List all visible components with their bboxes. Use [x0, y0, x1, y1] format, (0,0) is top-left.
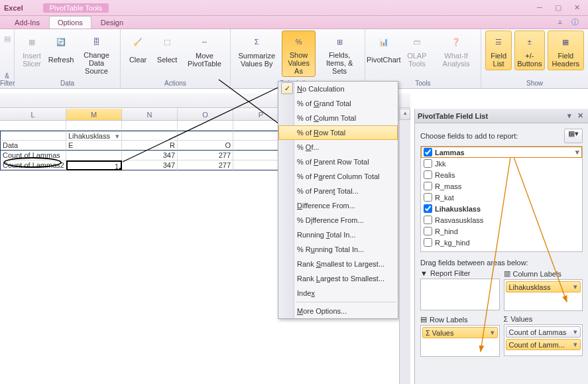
pt-val-1-1[interactable] — [66, 151, 122, 160]
field-rhind[interactable]: R_hind — [421, 225, 582, 237]
field-list[interactable]: Lammas▾ Jkk Realis R_mass R_kat Lihakusk… — [420, 146, 583, 252]
menu-pct-row-total[interactable]: % of Row Total — [278, 125, 398, 140]
fields-items-sets-button[interactable]: ⊞Fields, Items, & Sets — [318, 31, 360, 77]
clear-button[interactable]: 🧹Clear — [125, 31, 151, 70]
summarize-values-button[interactable]: ΣSummarize Values By — [235, 31, 279, 77]
field-lammas-checkbox[interactable] — [424, 148, 432, 157]
select-icon: ⬚ — [156, 32, 178, 51]
help-icons: ▵ ⓘ — [555, 17, 580, 28]
field-rasvasusklass-checkbox[interactable] — [424, 216, 432, 224]
pane-close-icon[interactable]: ✕ — [575, 111, 585, 120]
layout-options-button[interactable]: ▦▾ — [564, 129, 583, 143]
sigma-icon: Σ — [246, 32, 267, 51]
field-lihakusklass-checkbox[interactable] — [424, 204, 432, 213]
chevron-down-icon[interactable]: ▾ — [573, 328, 577, 336]
menu-pct-difference-from[interactable]: % Difference From... — [278, 213, 398, 227]
tab-options[interactable]: Options — [49, 16, 91, 29]
area-values: ΣValues Count of Lammas▾ Count of Lamm..… — [504, 315, 583, 357]
pt-val-2-2[interactable]: 347 — [122, 160, 178, 170]
field-realis[interactable]: Realis — [421, 169, 582, 180]
menu-pct-column-total[interactable]: % of Column Total — [278, 111, 398, 125]
field-rkghind[interactable]: R_kg_hind — [421, 237, 582, 248]
chip-sigma-values[interactable]: Σ Values▾ — [422, 327, 498, 338]
contextual-tab-label: PivotTable Tools — [43, 3, 109, 13]
area-report-filter: ▼Report Filter — [420, 269, 500, 311]
drag-fields-label: Drag fields between areas below: — [420, 259, 583, 267]
pt-val-1-3[interactable]: 277 — [178, 151, 233, 160]
select-button[interactable]: ⬚Select — [154, 31, 180, 70]
chevron-down-icon[interactable]: ▾ — [575, 148, 579, 157]
tab-design[interactable]: Design — [93, 17, 131, 29]
refresh-button[interactable]: 🔄Refresh — [48, 31, 74, 77]
column-labels-box[interactable]: Lihakusklass▾ — [504, 279, 583, 311]
values-box[interactable]: Count of Lammas▾ Count of Lamm...▾ — [504, 324, 583, 356]
dropdown-icon[interactable]: ▾ — [115, 131, 119, 141]
pivotchart-button[interactable]: 📊PivotChart — [369, 31, 398, 70]
col-header-O[interactable]: O — [178, 109, 233, 120]
menu-pct-of[interactable]: % Of... — [278, 140, 398, 155]
selected-cell[interactable]: 1 — [66, 160, 122, 170]
col-header-N[interactable]: N — [122, 109, 178, 120]
pane-dropdown-icon[interactable]: ▾ — [564, 111, 575, 120]
field-rkat[interactable]: R_kat — [421, 192, 582, 203]
menu-no-calculation[interactable]: ✓No Calculation — [278, 82, 398, 96]
field-rmass[interactable]: R_mass — [421, 180, 582, 192]
menu-pct-grand-total[interactable]: % of Grand Total — [278, 96, 398, 111]
insert-slicer-button: ▦Insert Slicer — [19, 31, 45, 77]
close-icon[interactable]: ✕ — [569, 3, 584, 13]
pt-col-field[interactable]: Lihakusklass ▾ — [66, 131, 122, 141]
menu-difference-from[interactable]: Difference From... — [278, 198, 398, 213]
field-jkk[interactable]: Jkk — [421, 158, 582, 169]
move-pivottable-button[interactable]: ↔Move PivotTable — [183, 31, 226, 70]
chevron-down-icon[interactable]: ▾ — [573, 283, 577, 291]
vertical-scrollbar[interactable]: ▴ — [399, 109, 410, 384]
pt-col-E: E — [66, 141, 122, 151]
rows-icon: ▤ — [420, 315, 427, 324]
filter-icon: ▤ — [1, 32, 13, 44]
pt-val-1-2[interactable]: 347 — [122, 151, 178, 160]
menu-running-total[interactable]: Running Total In... — [278, 227, 398, 242]
report-filter-box[interactable] — [420, 279, 500, 310]
plusminus-buttons-button[interactable]: ±+/- Buttons — [514, 31, 544, 70]
field-realis-checkbox[interactable] — [424, 170, 432, 179]
field-rkghind-checkbox[interactable] — [424, 238, 432, 247]
whatif-icon: ❓ — [445, 32, 467, 51]
refresh-icon: 🔄 — [50, 32, 72, 51]
field-list-button[interactable]: ☰Field List — [485, 31, 512, 70]
show-values-as-menu[interactable]: ✓No Calculation % of Grand Total % of Co… — [278, 81, 398, 319]
restore-icon[interactable]: ▢ — [551, 3, 565, 13]
field-lihakusklass[interactable]: Lihakusklass — [421, 203, 582, 214]
data-group-label: Data — [15, 80, 120, 87]
show-values-as-button[interactable]: %Show Values As — [282, 31, 316, 77]
tab-addins[interactable]: Add-Ins — [7, 17, 48, 29]
scroll-up-icon[interactable]: ▴ — [400, 109, 410, 120]
chip-count-lammas2[interactable]: Count of Lamm...▾ — [506, 339, 581, 350]
ribbon-minimize-icon[interactable]: ▵ — [555, 17, 565, 28]
menu-pct-parent-total: % of Parent Total... — [278, 184, 398, 198]
ribbon-tabs: Add-Ins Options Design — [0, 16, 588, 29]
change-data-source-button[interactable]: 🗄Change Data Source — [77, 31, 116, 77]
field-jkk-checkbox[interactable] — [424, 159, 432, 168]
help-icon[interactable]: ⓘ — [569, 17, 580, 28]
chevron-down-icon[interactable]: ▾ — [573, 340, 577, 349]
fields-icon: ⊞ — [329, 32, 350, 51]
col-header-M[interactable]: M — [66, 109, 122, 120]
field-rkat-checkbox[interactable] — [424, 193, 432, 202]
chevron-down-icon[interactable]: ▾ — [491, 328, 495, 337]
chip-count-lammas[interactable]: Count of Lammas▾ — [506, 326, 581, 338]
pt-val-2-3[interactable]: 277 — [178, 160, 233, 170]
minimize-icon[interactable]: ─ — [532, 3, 547, 13]
col-header-L[interactable]: L — [0, 109, 66, 120]
field-headers-button[interactable]: ▦Field Headers — [548, 31, 584, 70]
field-rmass-checkbox[interactable] — [424, 182, 432, 190]
menu-pct-parent-col: % of Parent Column Total — [278, 169, 398, 184]
ribbon: ▤ & Filter ▦Insert Slicer 🔄Refresh 🗄Chan… — [0, 29, 588, 89]
field-rasvasusklass[interactable]: Rasvasusklass — [421, 214, 582, 225]
menu-more-options[interactable]: More Options... — [278, 304, 398, 318]
chip-lihakusklass[interactable]: Lihakusklass▾ — [506, 281, 581, 292]
menu-index[interactable]: Index — [278, 286, 398, 300]
field-lammas[interactable]: Lammas▾ — [421, 147, 582, 158]
chart-icon: 📊 — [373, 32, 394, 51]
row-labels-box[interactable]: Σ Values▾ — [420, 325, 500, 357]
field-rhind-checkbox[interactable] — [424, 227, 432, 235]
